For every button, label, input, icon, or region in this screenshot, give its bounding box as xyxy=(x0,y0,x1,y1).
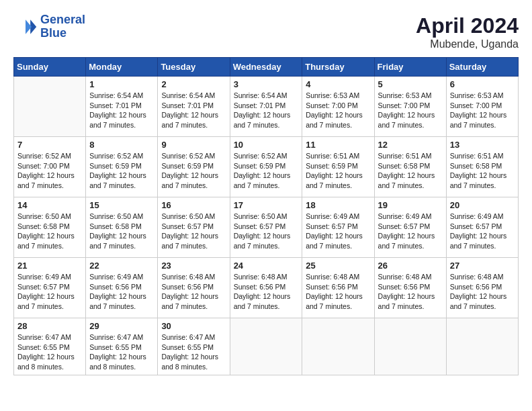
day-info: Sunrise: 6:50 AM Sunset: 6:58 PM Dayligh… xyxy=(89,212,154,251)
calendar-cell: 20Sunrise: 6:49 AM Sunset: 6:57 PM Dayli… xyxy=(446,197,518,258)
day-number: 15 xyxy=(89,200,154,210)
day-number: 10 xyxy=(234,140,299,150)
calendar-cell: 6Sunrise: 6:53 AM Sunset: 7:00 PM Daylig… xyxy=(446,77,518,137)
logo-text: General Blue xyxy=(40,13,85,40)
calendar: SundayMondayTuesdayWednesdayThursdayFrid… xyxy=(13,57,519,375)
day-number: 5 xyxy=(378,79,443,89)
calendar-cell: 9Sunrise: 6:52 AM Sunset: 6:59 PM Daylig… xyxy=(158,137,230,197)
day-info: Sunrise: 6:53 AM Sunset: 7:00 PM Dayligh… xyxy=(306,91,370,130)
calendar-cell: 11Sunrise: 6:51 AM Sunset: 6:59 PM Dayli… xyxy=(302,137,374,197)
calendar-cell: 19Sunrise: 6:49 AM Sunset: 6:57 PM Dayli… xyxy=(374,197,446,258)
day-number: 3 xyxy=(234,79,299,89)
day-number: 14 xyxy=(17,200,82,210)
weekday-thursday: Thursday xyxy=(302,58,374,77)
calendar-cell: 3Sunrise: 6:54 AM Sunset: 7:01 PM Daylig… xyxy=(230,77,302,137)
day-number: 22 xyxy=(89,261,154,271)
day-number: 19 xyxy=(378,200,443,210)
day-number: 30 xyxy=(161,321,226,331)
week-row-5: 28Sunrise: 6:47 AM Sunset: 6:55 PM Dayli… xyxy=(14,318,519,375)
calendar-cell: 29Sunrise: 6:47 AM Sunset: 6:55 PM Dayli… xyxy=(86,318,158,375)
day-info: Sunrise: 6:48 AM Sunset: 6:56 PM Dayligh… xyxy=(450,272,515,312)
calendar-cell: 12Sunrise: 6:51 AM Sunset: 6:58 PM Dayli… xyxy=(374,137,446,197)
day-info: Sunrise: 6:50 AM Sunset: 6:58 PM Dayligh… xyxy=(17,212,82,251)
day-info: Sunrise: 6:49 AM Sunset: 6:57 PM Dayligh… xyxy=(17,272,82,312)
calendar-cell: 17Sunrise: 6:50 AM Sunset: 6:57 PM Dayli… xyxy=(230,197,302,258)
calendar-cell: 5Sunrise: 6:53 AM Sunset: 7:00 PM Daylig… xyxy=(374,77,446,137)
day-number: 13 xyxy=(450,140,515,150)
week-row-4: 21Sunrise: 6:49 AM Sunset: 6:57 PM Dayli… xyxy=(14,258,519,318)
day-number: 20 xyxy=(450,200,515,210)
calendar-cell: 18Sunrise: 6:49 AM Sunset: 6:57 PM Dayli… xyxy=(302,197,374,258)
day-info: Sunrise: 6:53 AM Sunset: 7:00 PM Dayligh… xyxy=(378,91,443,130)
day-info: Sunrise: 6:52 AM Sunset: 6:59 PM Dayligh… xyxy=(234,151,299,191)
day-number: 29 xyxy=(89,321,154,331)
day-number: 9 xyxy=(161,140,226,150)
day-number: 12 xyxy=(378,140,443,150)
day-info: Sunrise: 6:50 AM Sunset: 6:57 PM Dayligh… xyxy=(161,212,226,251)
week-row-1: 1Sunrise: 6:54 AM Sunset: 7:01 PM Daylig… xyxy=(14,77,519,137)
location: Mubende, Uganda xyxy=(416,38,519,50)
day-info: Sunrise: 6:48 AM Sunset: 6:56 PM Dayligh… xyxy=(306,272,370,312)
day-info: Sunrise: 6:52 AM Sunset: 7:00 PM Dayligh… xyxy=(17,151,82,191)
calendar-cell: 23Sunrise: 6:48 AM Sunset: 6:56 PM Dayli… xyxy=(158,258,230,318)
day-info: Sunrise: 6:51 AM Sunset: 6:58 PM Dayligh… xyxy=(378,151,443,191)
calendar-cell: 13Sunrise: 6:51 AM Sunset: 6:58 PM Dayli… xyxy=(446,137,518,197)
calendar-cell: 10Sunrise: 6:52 AM Sunset: 6:59 PM Dayli… xyxy=(230,137,302,197)
calendar-cell: 4Sunrise: 6:53 AM Sunset: 7:00 PM Daylig… xyxy=(302,77,374,137)
calendar-cell: 15Sunrise: 6:50 AM Sunset: 6:58 PM Dayli… xyxy=(86,197,158,258)
day-info: Sunrise: 6:48 AM Sunset: 6:56 PM Dayligh… xyxy=(378,272,443,312)
day-number: 8 xyxy=(89,140,154,150)
logo-icon xyxy=(13,15,38,39)
day-info: Sunrise: 6:47 AM Sunset: 6:55 PM Dayligh… xyxy=(17,332,82,372)
weekday-wednesday: Wednesday xyxy=(230,58,302,77)
logo-line2: Blue xyxy=(40,26,66,40)
day-info: Sunrise: 6:48 AM Sunset: 6:56 PM Dayligh… xyxy=(234,272,299,312)
day-info: Sunrise: 6:51 AM Sunset: 6:58 PM Dayligh… xyxy=(450,151,515,191)
day-number: 17 xyxy=(234,200,299,210)
calendar-cell xyxy=(374,318,446,375)
weekday-monday: Monday xyxy=(86,58,158,77)
page-header: General Blue April 2024 Mubende, Uganda xyxy=(13,13,519,50)
day-info: Sunrise: 6:52 AM Sunset: 6:59 PM Dayligh… xyxy=(89,151,154,191)
calendar-cell: 2Sunrise: 6:54 AM Sunset: 7:01 PM Daylig… xyxy=(158,77,230,137)
day-number: 7 xyxy=(17,140,82,150)
day-number: 24 xyxy=(234,261,299,271)
calendar-cell: 24Sunrise: 6:48 AM Sunset: 6:56 PM Dayli… xyxy=(230,258,302,318)
calendar-cell xyxy=(446,318,518,375)
title-block: April 2024 Mubende, Uganda xyxy=(416,13,519,50)
logo-line1: General xyxy=(40,13,85,26)
day-info: Sunrise: 6:54 AM Sunset: 7:01 PM Dayligh… xyxy=(89,91,154,130)
day-info: Sunrise: 6:47 AM Sunset: 6:55 PM Dayligh… xyxy=(161,332,226,372)
day-info: Sunrise: 6:52 AM Sunset: 6:59 PM Dayligh… xyxy=(161,151,226,191)
weekday-header-row: SundayMondayTuesdayWednesdayThursdayFrid… xyxy=(14,58,519,77)
day-info: Sunrise: 6:53 AM Sunset: 7:00 PM Dayligh… xyxy=(450,91,515,130)
calendar-cell: 21Sunrise: 6:49 AM Sunset: 6:57 PM Dayli… xyxy=(14,258,86,318)
calendar-cell xyxy=(230,318,302,375)
day-info: Sunrise: 6:49 AM Sunset: 6:57 PM Dayligh… xyxy=(450,212,515,251)
calendar-cell: 1Sunrise: 6:54 AM Sunset: 7:01 PM Daylig… xyxy=(86,77,158,137)
day-info: Sunrise: 6:49 AM Sunset: 6:57 PM Dayligh… xyxy=(306,212,370,251)
day-number: 4 xyxy=(306,79,370,89)
day-info: Sunrise: 6:50 AM Sunset: 6:57 PM Dayligh… xyxy=(234,212,299,251)
day-info: Sunrise: 6:49 AM Sunset: 6:56 PM Dayligh… xyxy=(89,272,154,312)
day-number: 11 xyxy=(306,140,370,150)
day-number: 26 xyxy=(378,261,443,271)
day-info: Sunrise: 6:49 AM Sunset: 6:57 PM Dayligh… xyxy=(378,212,443,251)
day-info: Sunrise: 6:51 AM Sunset: 6:59 PM Dayligh… xyxy=(306,151,370,191)
calendar-cell: 25Sunrise: 6:48 AM Sunset: 6:56 PM Dayli… xyxy=(302,258,374,318)
day-info: Sunrise: 6:54 AM Sunset: 7:01 PM Dayligh… xyxy=(234,91,299,130)
weekday-tuesday: Tuesday xyxy=(158,58,230,77)
day-info: Sunrise: 6:54 AM Sunset: 7:01 PM Dayligh… xyxy=(161,91,226,130)
calendar-cell: 27Sunrise: 6:48 AM Sunset: 6:56 PM Dayli… xyxy=(446,258,518,318)
day-number: 1 xyxy=(89,79,154,89)
weekday-sunday: Sunday xyxy=(14,58,86,77)
calendar-cell: 26Sunrise: 6:48 AM Sunset: 6:56 PM Dayli… xyxy=(374,258,446,318)
calendar-cell: 8Sunrise: 6:52 AM Sunset: 6:59 PM Daylig… xyxy=(86,137,158,197)
calendar-cell: 22Sunrise: 6:49 AM Sunset: 6:56 PM Dayli… xyxy=(86,258,158,318)
day-number: 23 xyxy=(161,261,226,271)
logo: General Blue xyxy=(13,13,85,40)
calendar-cell: 7Sunrise: 6:52 AM Sunset: 7:00 PM Daylig… xyxy=(14,137,86,197)
calendar-cell: 16Sunrise: 6:50 AM Sunset: 6:57 PM Dayli… xyxy=(158,197,230,258)
day-number: 2 xyxy=(161,79,226,89)
calendar-cell: 30Sunrise: 6:47 AM Sunset: 6:55 PM Dayli… xyxy=(158,318,230,375)
